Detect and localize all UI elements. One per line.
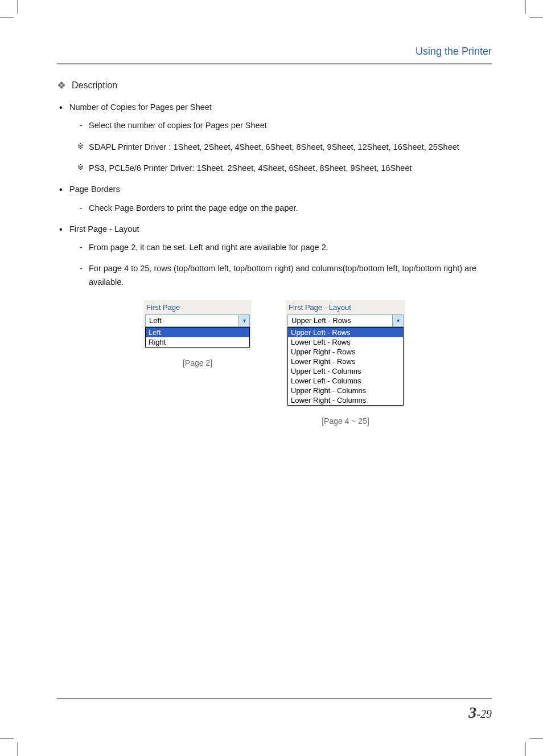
item-label: Page Borders <box>69 185 120 194</box>
combo-value: Upper Left - Rows <box>288 315 392 326</box>
page-header: Using the Printer <box>57 46 492 64</box>
diamond-icon: ❖ <box>57 80 66 91</box>
option-upper-left-cols[interactable]: Upper Left - Columns <box>288 366 403 376</box>
first-page-combo: First Page Left ▾ Left Right <box>143 300 252 349</box>
option-lower-left-rows[interactable]: Lower Left - Rows <box>288 337 403 347</box>
option-lower-right-cols[interactable]: Lower Right - Columns <box>288 395 403 405</box>
combo-value: Left <box>146 315 238 326</box>
option-upper-left-rows[interactable]: Upper Left - Rows <box>288 328 403 337</box>
page-footer: 3-29 <box>57 698 492 722</box>
option-lower-right-rows[interactable]: Lower Right - Rows <box>288 357 403 366</box>
combo-label: First Page - Layout <box>289 303 404 312</box>
chapter-number: 3 <box>468 704 476 721</box>
chevron-down-icon[interactable]: ▾ <box>392 315 403 326</box>
list-item: Page Borders Check Page Borders to print… <box>57 183 492 215</box>
item-label: First Page - Layout <box>69 224 139 234</box>
chevron-down-icon[interactable]: ▾ <box>238 315 249 326</box>
first-page-layout-options[interactable]: Upper Left - Rows Lower Left - Rows Uppe… <box>287 327 404 406</box>
figure-caption: [Page 4 ~ 25] <box>322 416 369 426</box>
sub-item: Select the number of copies for Pages pe… <box>80 119 492 132</box>
option-lower-left-cols[interactable]: Lower Left - Columns <box>288 376 403 386</box>
first-page-options[interactable]: Left Right <box>145 327 250 348</box>
option-right[interactable]: Right <box>146 337 249 347</box>
section-title: Description <box>72 80 117 91</box>
description-list: Number of Copies for Pages per Sheet Sel… <box>57 101 492 289</box>
sub-item: SDAPL Printer Driver : 1Sheet, 2Sheet, 4… <box>80 141 492 154</box>
option-left[interactable]: Left <box>146 328 249 337</box>
item-label: Number of Copies for Pages per Sheet <box>69 103 212 112</box>
page-number: 29 <box>480 708 492 720</box>
sub-item: PS3, PCL5e/6 Printer Driver: 1Sheet, 2Sh… <box>80 162 492 175</box>
footer-sep: - <box>476 708 480 720</box>
sub-item: For page 4 to 25, rows (top/bottom left,… <box>80 262 492 288</box>
first-page-layout-select[interactable]: Upper Left - Rows ▾ <box>287 314 404 327</box>
figures-row: First Page Left ▾ Left Right [Page 2] Fi… <box>57 300 492 426</box>
figure-page2: First Page Left ▾ Left Right [Page 2] <box>143 300 252 367</box>
figure-caption: [Page 2] <box>183 358 212 367</box>
sub-item: Check Page Borders to print the page edg… <box>80 202 492 215</box>
first-page-select[interactable]: Left ▾ <box>145 314 250 327</box>
combo-label: First Page <box>146 303 250 312</box>
header-title: Using the Printer <box>416 46 492 57</box>
option-upper-right-cols[interactable]: Upper Right - Columns <box>288 386 403 395</box>
section-heading: ❖ Description <box>57 80 492 91</box>
first-page-layout-combo: First Page - Layout Upper Left - Rows ▾ … <box>286 300 405 407</box>
list-item: Number of Copies for Pages per Sheet Sel… <box>57 101 492 175</box>
sub-item: From page 2, it can be set. Left and rig… <box>80 241 492 254</box>
figure-page4-25: First Page - Layout Upper Left - Rows ▾ … <box>286 300 405 426</box>
list-item: First Page - Layout From page 2, it can … <box>57 223 492 289</box>
option-upper-right-rows[interactable]: Upper Right - Rows <box>288 347 403 357</box>
